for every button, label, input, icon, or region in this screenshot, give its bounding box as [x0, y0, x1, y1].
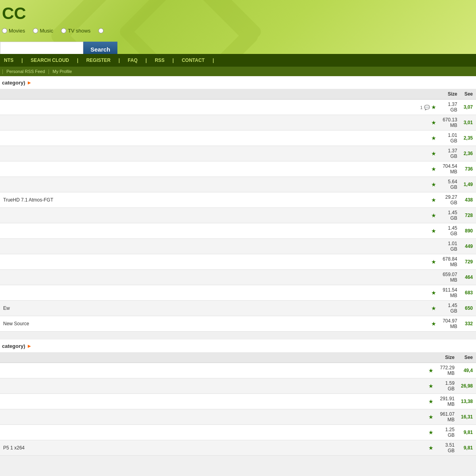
section-2-header: category) ▸ [0, 340, 476, 352]
row-size: 704.97 MB [440, 316, 461, 332]
row-size: 1.59 GB [437, 378, 458, 394]
star-icon[interactable]: ★ [428, 445, 434, 451]
row-size: 961.07 MB [437, 409, 458, 425]
row-seeds: 9,81 [458, 425, 476, 440]
row-size: 1.37 GB [440, 100, 461, 115]
row-seeds: 729 [461, 254, 476, 270]
category-tvshows[interactable]: TV shows [61, 28, 90, 34]
table-row[interactable]: ★678.84 MB729 [0, 254, 476, 270]
table-row[interactable]: ★1.59 GB26,98 [0, 378, 476, 394]
star-icon[interactable]: ★ [431, 259, 436, 265]
star-icon[interactable]: ★ [431, 135, 436, 141]
table-row[interactable]: 1.01 GB449 [0, 239, 476, 254]
table-row[interactable]: ★1.45 GB728 [0, 208, 476, 223]
row-name [0, 115, 417, 131]
table-row[interactable]: TrueHD 7.1 Atmos-FGT★29.27 GB438 [0, 192, 476, 208]
row-seeds: 438 [461, 192, 476, 208]
table-row[interactable]: ★670.13 MB3,01 [0, 115, 476, 131]
subnav-my-profile[interactable]: My Profile [52, 69, 72, 74]
nav-sep-5: | [169, 58, 178, 63]
row-icons [417, 239, 440, 254]
row-seeds: 2,35 [461, 131, 476, 146]
table-row[interactable]: 659.07 MB464 [0, 270, 476, 285]
row-size: 1.01 GB [440, 239, 461, 254]
row-icons: ★ [425, 440, 437, 456]
category-music[interactable]: Music [33, 28, 53, 34]
table-row[interactable]: New Source★704.97 MB332 [0, 316, 476, 332]
col-icons-1 [417, 89, 440, 100]
row-name [0, 285, 417, 301]
subnav-personal-rss[interactable]: Personal RSS Feed [6, 69, 45, 74]
table-row[interactable]: Ew★1.45 GB650 [0, 301, 476, 316]
row-icons: ★ [417, 177, 440, 192]
table-row[interactable]: P5 1 x264★3.51 GB9,81 [0, 440, 476, 456]
section-1-table: Size See 1 💬 ★1.37 GB3,07★670.13 MB3,01★… [0, 89, 476, 332]
category-tabs: Movies Music TV shows [0, 28, 104, 34]
table-row[interactable]: ★1.01 GB2,35 [0, 131, 476, 146]
row-size: 659.07 MB [440, 270, 461, 285]
search-button[interactable]: Search [83, 42, 117, 54]
nav-faq[interactable]: FAQ [124, 58, 142, 63]
star-icon[interactable]: ★ [431, 212, 436, 219]
category-other[interactable] [98, 28, 104, 33]
row-icons: ★ [417, 208, 440, 223]
category-movies[interactable]: Movies [2, 28, 25, 34]
table-row[interactable]: ★1.45 GB890 [0, 223, 476, 239]
table-row[interactable]: ★5.64 GB1,49 [0, 177, 476, 192]
star-icon[interactable]: ★ [428, 429, 434, 436]
row-seeds: 49,4 [458, 363, 476, 378]
row-seeds: 650 [461, 301, 476, 316]
row-size: 678.84 MB [440, 254, 461, 270]
row-size: 704.54 MB [440, 161, 461, 177]
star-icon[interactable]: ★ [431, 150, 436, 157]
table-row[interactable]: 1 💬 ★1.37 GB3,07 [0, 100, 476, 115]
star-icon[interactable]: ★ [428, 383, 434, 389]
nav-rss[interactable]: RSS [151, 58, 169, 63]
nav-register[interactable]: REGISTER [82, 58, 114, 63]
star-icon[interactable]: ★ [431, 290, 436, 296]
movies-radio[interactable] [2, 28, 7, 33]
search-input[interactable] [0, 42, 83, 54]
star-icon[interactable]: ★ [431, 181, 436, 188]
row-seeds: 3,07 [461, 100, 476, 115]
subnav-sep-0: | [2, 69, 3, 74]
nav-sep-3: | [115, 58, 124, 63]
tvshows-radio[interactable] [61, 28, 66, 33]
table-row[interactable]: ★961.07 MB16,31 [0, 409, 476, 425]
music-radio[interactable] [33, 28, 38, 33]
star-icon[interactable]: ★ [431, 104, 436, 110]
row-size: 1.25 GB [437, 425, 458, 440]
row-name [0, 161, 417, 177]
row-name [0, 239, 417, 254]
nav-search-cloud[interactable]: SEARCH CLOUD [27, 58, 73, 63]
section-2-title: category) [2, 343, 25, 349]
row-seeds: 16,31 [458, 409, 476, 425]
table-row[interactable]: ★1.25 GB9,81 [0, 425, 476, 440]
star-icon[interactable]: ★ [431, 228, 436, 234]
star-icon[interactable]: ★ [431, 321, 436, 327]
table-row[interactable]: ★911.54 MB683 [0, 285, 476, 301]
table-row[interactable]: ★291.91 MB13,38 [0, 394, 476, 409]
sub-nav: | Personal RSS Feed | My Profile [0, 67, 476, 76]
nav-nts[interactable]: NTS [0, 58, 17, 63]
row-seeds: 9,81 [458, 440, 476, 456]
nav-contact[interactable]: CONTACT [178, 58, 209, 63]
star-icon[interactable]: ★ [431, 305, 436, 311]
comment-icon[interactable]: 💬 [424, 105, 430, 110]
table-header-row-1: Size See [0, 89, 476, 100]
nav-sep-1: | [17, 58, 27, 63]
row-icons: ★ [425, 363, 437, 378]
star-icon[interactable]: ★ [428, 398, 434, 405]
row-icons: ★ [417, 115, 440, 131]
other-radio[interactable] [98, 28, 104, 33]
star-icon[interactable]: ★ [428, 414, 434, 420]
star-icon[interactable]: ★ [431, 119, 436, 126]
star-icon[interactable]: ★ [431, 166, 436, 172]
row-seeds: 449 [461, 239, 476, 254]
row-icons: 1 💬 ★ [417, 100, 440, 115]
table-row[interactable]: ★704.54 MB736 [0, 161, 476, 177]
table-row[interactable]: ★772.29 MB49,4 [0, 363, 476, 378]
star-icon[interactable]: ★ [431, 197, 436, 203]
star-icon[interactable]: ★ [428, 367, 434, 374]
table-row[interactable]: ★1.37 GB2,36 [0, 146, 476, 161]
